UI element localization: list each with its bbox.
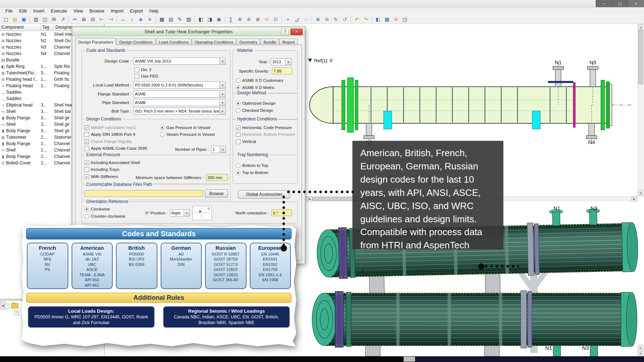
asme-iid-metric-radio[interactable]: ASME II D Metric xyxy=(236,85,274,90)
scroll-down-icon[interactable]: ▼ xyxy=(638,190,643,196)
zoom-out-icon[interactable]: ⊖ xyxy=(323,15,331,24)
min-stiffener-space-field[interactable]: 300 mm xyxy=(206,174,228,181)
north-orientation-field[interactable]: 0 ° xyxy=(271,209,292,216)
code-case-2695-checkbox[interactable]: Apply ASME Code Case 2695 xyxy=(84,146,147,151)
menu-insert[interactable]: Insert xyxy=(30,8,48,14)
with-stiffeners-checkbox[interactable]: ✓With Stiffeners xyxy=(84,174,118,179)
including-trays-checkbox[interactable]: Including Trays xyxy=(84,167,119,172)
specific-gravity-field[interactable]: 7.85 xyxy=(272,68,292,74)
flange-rigidity-checkbox[interactable]: ✓Check Flange Rigidity xyxy=(84,139,132,144)
zero-position-select[interactable]: Right▼ xyxy=(170,209,190,217)
mail-icon[interactable]: ✉ xyxy=(50,15,58,24)
sum-icon[interactable]: ∑ xyxy=(227,15,235,24)
eye-icon[interactable]: ◉ xyxy=(215,15,223,24)
minimize-button[interactable]: ─ xyxy=(596,0,612,7)
open-folder-icon[interactable]: ▤ xyxy=(11,15,19,24)
layers-icon[interactable]: ▨ xyxy=(185,15,193,24)
year-select[interactable]: 2013▼ xyxy=(271,58,292,65)
browse-button[interactable]: Browse xyxy=(205,189,228,198)
menu-execute[interactable]: Execute xyxy=(48,8,70,14)
panel-table-icon[interactable]: ▩ xyxy=(383,15,391,24)
sketch-icon[interactable]: ✎ xyxy=(176,15,184,24)
globe-blue-icon[interactable]: ⊕ xyxy=(236,15,244,24)
tab-design-conditions[interactable]: Design Conditions xyxy=(116,39,155,45)
vertical-scrollbar[interactable]: ▲ ▼ xyxy=(638,24,643,196)
refresh-green-icon[interactable]: ↺ xyxy=(341,15,349,24)
tab-operating-conditions[interactable]: Operating Conditions xyxy=(192,39,236,45)
help-button[interactable]: ? xyxy=(281,29,289,35)
maximize-button[interactable]: ▢ xyxy=(612,0,628,7)
section-icon[interactable]: ▧ xyxy=(167,15,175,24)
scroll-up-icon[interactable]: ▲ xyxy=(638,24,643,30)
dimension-h-icon[interactable]: ↔ xyxy=(119,15,127,24)
bottom-to-top-radio[interactable]: Bottom to Top xyxy=(236,163,268,168)
div2-checkbox[interactable]: Div. 2 xyxy=(135,67,151,72)
horizontal-code-pressure-checkbox[interactable]: ✓Horizontal, Code Pressure xyxy=(236,125,292,130)
tree-expander-minus[interactable]: − xyxy=(5,304,10,308)
column-tag[interactable]: Tag xyxy=(41,24,54,31)
collapse-panel-button[interactable]: ◀ xyxy=(0,301,5,310)
top-to-bottom-radio[interactable]: Top to Bottom xyxy=(236,170,268,175)
scroll-right-icon[interactable]: ▶ xyxy=(631,197,637,202)
dimension-v-icon[interactable]: ↕ xyxy=(128,15,136,24)
tab-load-conditions[interactable]: Load Conditions xyxy=(156,39,191,45)
counter-clockwise-radio[interactable]: Counter-clockwise xyxy=(84,214,125,219)
dialog-titlebar[interactable]: Shell and Tube Heat Exchanger Properties… xyxy=(72,27,305,36)
scrollbar-thumb[interactable] xyxy=(638,30,643,84)
export-icon[interactable]: ↗ xyxy=(59,15,67,24)
menu-browse[interactable]: Browse xyxy=(86,8,108,14)
marker-icon[interactable]: ◈ xyxy=(137,15,145,24)
menu-import[interactable]: Import xyxy=(108,8,127,14)
close-button[interactable]: × xyxy=(628,0,644,7)
dialog-close-button[interactable]: × xyxy=(291,29,303,35)
resize-icon[interactable]: ◿ xyxy=(293,15,301,24)
rss-icon[interactable]: ≋ xyxy=(392,15,400,24)
zoom-in-icon[interactable]: ⊕ xyxy=(314,15,322,24)
tab-report[interactable]: Report xyxy=(279,39,298,45)
new-file-icon[interactable]: ▢ xyxy=(2,15,10,24)
local-load-select[interactable]: PD 5500 2006 G.2.8:01-2009(Nozzles)▼ xyxy=(133,81,226,89)
grid-icon[interactable]: ⊞ xyxy=(80,15,88,24)
align-left-icon[interactable]: ⊢ xyxy=(98,15,106,24)
undo-icon[interactable]: ↶ xyxy=(353,15,361,24)
taskbar-item[interactable] xyxy=(404,357,415,362)
design-code-select[interactable]: ASME VIII July 2013▼ xyxy=(133,58,226,65)
menu-export[interactable]: Export xyxy=(127,8,146,14)
move-icon[interactable]: + xyxy=(284,15,292,24)
calculator-icon[interactable]: ⊡ xyxy=(272,15,280,24)
refresh-blue-icon[interactable]: ↻ xyxy=(332,15,340,24)
number-of-pipes-select[interactable]: 1▼ xyxy=(211,146,226,153)
gear-icon[interactable]: ⊚ xyxy=(254,15,262,24)
globe-green-icon[interactable]: ⊛ xyxy=(245,15,253,24)
table-icon[interactable]: ▦ xyxy=(158,15,166,24)
checked-design-radio[interactable]: Checked Design xyxy=(236,108,273,113)
export-drawing-icon[interactable]: ◳ xyxy=(401,15,409,24)
panel-left-icon[interactable]: ◧ xyxy=(374,15,382,24)
tab-design-parameters[interactable]: Design Parameters xyxy=(75,38,116,45)
folder-icon[interactable] xyxy=(11,303,18,308)
cut-icon[interactable]: ✂ xyxy=(71,15,79,24)
bolt-type-select[interactable]: ISO, Pitch 3 mm when > M24; Tensile stre… xyxy=(133,108,226,115)
north-compass-widget[interactable]: 0 ▲ xyxy=(192,206,212,220)
search-icon[interactable]: ◌ xyxy=(302,15,310,24)
clockwise-radio[interactable]: Clockwise xyxy=(84,207,110,212)
menu-edit[interactable]: Edit xyxy=(16,8,30,14)
horizontal-bottom-pressure-checkbox[interactable]: Horizontal, Bottom Pressure xyxy=(236,132,295,137)
print-icon[interactable]: ▥ xyxy=(32,15,40,24)
view-back-icon[interactable]: ◨ xyxy=(206,15,214,24)
flange-standard-select[interactable]: ASME▼ xyxy=(133,90,226,98)
menu-help[interactable]: Help xyxy=(146,8,162,14)
menu-view[interactable]: View xyxy=(70,8,86,14)
pipe-standard-select[interactable]: ASME▼ xyxy=(133,99,226,106)
column-component[interactable]: Component xyxy=(0,24,41,31)
scroll-left-icon[interactable]: ◀ xyxy=(306,197,312,202)
coins-icon[interactable]: ⊙ xyxy=(263,15,271,24)
menu-file[interactable]: File xyxy=(2,8,16,14)
tab-bundle[interactable]: Bundle xyxy=(260,39,279,45)
including-associated-shell-checkbox[interactable]: ✓Including Associated Shell xyxy=(84,160,140,165)
gas-pressure-radio[interactable]: Gas Pressure in Vessel xyxy=(160,125,210,130)
scroll-down-icon[interactable]: ▼ xyxy=(638,351,643,357)
mawp-checkbox[interactable]: ✓MAWP calculation req'd. xyxy=(84,125,137,130)
use-ped-checkbox[interactable]: Use PED xyxy=(135,74,158,79)
view-front-icon[interactable]: ◧ xyxy=(197,15,205,24)
